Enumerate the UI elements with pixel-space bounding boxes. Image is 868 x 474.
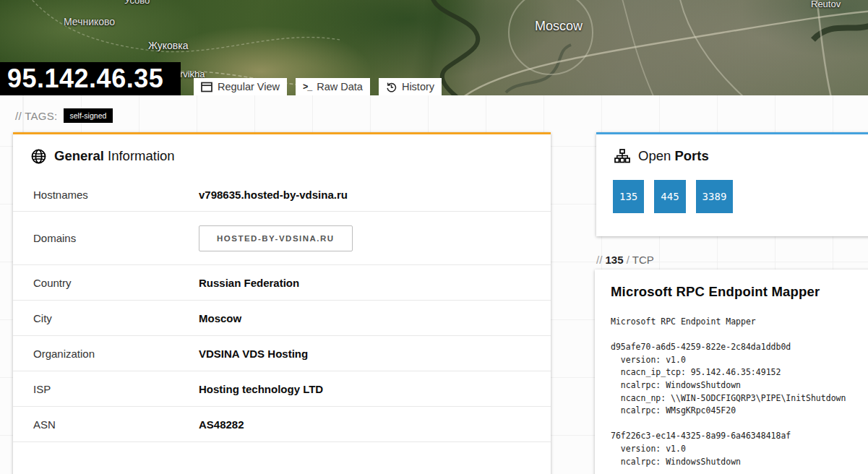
- tab-regular-view[interactable]: Regular View: [194, 78, 287, 95]
- section-slashes: //: [596, 254, 602, 266]
- tab-label: History: [402, 81, 434, 92]
- domain-button[interactable]: HOSTED-BY-VDSINA.RU: [199, 225, 353, 251]
- row-value: Russian Federation: [199, 277, 299, 289]
- open-ports-card: Open Ports 135 445 3389: [596, 132, 868, 236]
- map-label: Мечниково: [64, 16, 115, 27]
- info-row-hostnames: Hostnames v798635.hosted-by-vdsina.ru: [13, 178, 551, 212]
- shodan-host-page: Усово Мечниково Жуковка Barvikha Moscow …: [0, 0, 868, 474]
- ports-badge-list: 135 445 3389: [596, 178, 868, 213]
- map-label: Усово: [124, 0, 150, 6]
- info-row-isp: ISP Hosting technology LTD: [13, 371, 551, 407]
- section-separator: /: [627, 254, 629, 266]
- general-information-heading: General Information: [13, 134, 551, 178]
- row-label: Domains: [33, 232, 199, 244]
- section-protocol: TCP: [632, 254, 654, 266]
- service-title: Microsoft RPC Endpoint Mapper: [611, 284, 855, 300]
- row-value: Moscow: [199, 312, 241, 324]
- port-badge-135[interactable]: 135: [613, 180, 644, 213]
- row-value: Hosting technology LTD: [199, 383, 323, 395]
- row-label: Organization: [33, 348, 199, 360]
- open-ports-heading: Open Ports: [596, 134, 868, 178]
- card-title: General Information: [54, 148, 175, 164]
- row-label: ISP: [33, 383, 199, 395]
- globe-icon: [31, 149, 46, 164]
- history-icon: [386, 82, 397, 92]
- view-tabs: Regular View >_ Raw Data History: [194, 78, 442, 95]
- terminal-icon: >_: [303, 82, 311, 92]
- info-row-asn: ASN AS48282: [13, 407, 551, 442]
- sitemap-icon: [614, 149, 630, 163]
- row-value: VDSINA VDS Hosting: [199, 348, 308, 360]
- port-badge-445[interactable]: 445: [654, 180, 685, 213]
- info-row-country: Country Russian Federation: [13, 265, 551, 301]
- card-title: Open Ports: [638, 148, 709, 164]
- port-badge-3389[interactable]: 3389: [696, 180, 734, 213]
- tags-label: // TAGS:: [15, 110, 58, 122]
- row-value: AS48282: [199, 418, 244, 431]
- tab-history[interactable]: History: [379, 78, 442, 95]
- ip-address: 95.142.46.35: [7, 64, 163, 94]
- map-label: Moscow: [535, 19, 583, 34]
- service-banner: Microsoft RPC Endpoint Mapper d95afe70-a…: [611, 316, 855, 468]
- info-row-domains: Domains HOSTED-BY-VDSINA.RU: [13, 212, 551, 265]
- info-row-organization: Organization VDSINA VDS Hosting: [13, 336, 551, 371]
- map-label: Жуковка: [148, 40, 189, 51]
- row-label: City: [33, 312, 199, 324]
- row-value: v798635.hosted-by-vdsina.ru: [199, 189, 348, 201]
- tab-label: Regular View: [218, 81, 280, 92]
- tab-raw-data[interactable]: >_ Raw Data: [296, 78, 370, 95]
- rpc-service-card: Microsoft RPC Endpoint Mapper Microsoft …: [595, 270, 868, 474]
- row-label: ASN: [33, 418, 199, 431]
- row-label: Hostnames: [33, 189, 199, 201]
- tags-row: // TAGS: self-signed: [15, 108, 113, 123]
- info-row-city: City Moscow: [13, 301, 551, 336]
- window-icon: [201, 82, 212, 92]
- map-label: Reutov: [811, 0, 841, 9]
- general-information-card: General Information Hostnames v798635.ho…: [13, 132, 551, 474]
- row-label: Country: [33, 277, 199, 289]
- service-section-header: // 135 / TCP: [596, 254, 654, 266]
- section-port: 135: [606, 254, 624, 266]
- tag-self-signed[interactable]: self-signed: [64, 108, 113, 123]
- ip-address-banner: 95.142.46.35: [0, 62, 181, 95]
- tab-label: Raw Data: [317, 81, 363, 92]
